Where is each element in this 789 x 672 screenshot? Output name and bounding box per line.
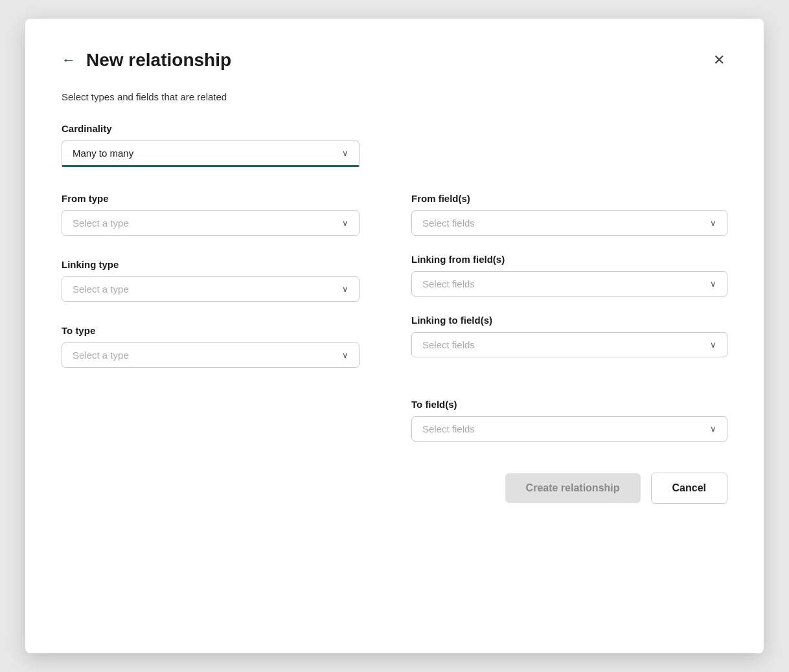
from-fields-dropdown[interactable]: Select fields ∨ <box>411 210 727 236</box>
fields-spacer <box>411 375 727 399</box>
from-type-label: From type <box>62 193 360 204</box>
linking-from-fields-dropdown[interactable]: Select fields ∨ <box>411 271 727 297</box>
to-type-dropdown[interactable]: Select a type ∨ <box>62 342 360 368</box>
to-type-placeholder: Select a type <box>73 350 129 361</box>
to-type-chevron-icon: ∨ <box>342 350 349 360</box>
from-fields-label: From field(s) <box>411 193 727 204</box>
cardinality-dropdown[interactable]: Many to many ∨ <box>62 140 360 167</box>
close-button[interactable]: ✕ <box>711 50 727 70</box>
dialog-title: New relationship <box>86 50 231 71</box>
to-fields-chevron-icon: ∨ <box>710 424 716 434</box>
fields-column: From field(s) Select fields ∨ Linking fr… <box>411 193 727 442</box>
to-fields-placeholder: Select fields <box>422 423 475 434</box>
from-type-placeholder: Select a type <box>73 218 129 229</box>
linking-from-fields-placeholder: Select fields <box>422 278 475 289</box>
linking-to-fields-row: Linking to field(s) Select fields ∨ <box>411 315 727 357</box>
back-icon[interactable]: ← <box>62 53 76 67</box>
new-relationship-dialog: ← New relationship ✕ Select types and fi… <box>25 19 764 653</box>
to-type-label: To type <box>62 325 360 336</box>
linking-type-row: Linking type Select a type ∨ <box>62 259 360 302</box>
cardinality-section: Cardinality Many to many ∨ <box>62 123 727 167</box>
linking-from-fields-label: Linking from field(s) <box>411 254 727 265</box>
types-column: From type Select a type ∨ Linking type S… <box>62 193 360 442</box>
to-type-row: To type Select a type ∨ <box>62 325 360 368</box>
from-fields-placeholder: Select fields <box>422 218 475 229</box>
linking-type-label: Linking type <box>62 259 360 270</box>
from-fields-chevron-icon: ∨ <box>710 218 716 228</box>
linking-from-fields-row: Linking from field(s) Select fields ∨ <box>411 254 727 297</box>
to-fields-label: To field(s) <box>411 399 727 410</box>
cardinality-value: Many to many <box>73 148 133 159</box>
to-fields-row: To field(s) Select fields ∨ <box>411 399 727 442</box>
linking-to-fields-dropdown[interactable]: Select fields ∨ <box>411 332 727 357</box>
form-grid: From type Select a type ∨ Linking type S… <box>62 193 727 442</box>
to-fields-dropdown[interactable]: Select fields ∨ <box>411 416 727 442</box>
linking-to-fields-placeholder: Select fields <box>422 339 475 350</box>
linking-to-fields-label: Linking to field(s) <box>411 315 727 326</box>
linking-type-chevron-icon: ∨ <box>342 284 349 294</box>
create-relationship-button[interactable]: Create relationship <box>505 473 641 503</box>
linking-from-fields-chevron-icon: ∨ <box>710 279 716 289</box>
header-left: ← New relationship <box>62 50 231 71</box>
linking-type-placeholder: Select a type <box>73 284 129 295</box>
cardinality-chevron-icon: ∨ <box>342 148 349 158</box>
dialog-header: ← New relationship ✕ <box>62 50 727 71</box>
from-fields-row: From field(s) Select fields ∨ <box>411 193 727 236</box>
cancel-button[interactable]: Cancel <box>651 473 727 504</box>
from-type-chevron-icon: ∨ <box>342 218 349 228</box>
dialog-overlay: ← New relationship ✕ Select types and fi… <box>0 0 789 672</box>
cardinality-label: Cardinality <box>62 123 727 134</box>
linking-to-fields-chevron-icon: ∨ <box>710 340 716 350</box>
dialog-footer: Create relationship Cancel <box>62 473 727 504</box>
linking-type-dropdown[interactable]: Select a type ∨ <box>62 276 360 302</box>
from-type-dropdown[interactable]: Select a type ∨ <box>62 210 360 236</box>
from-type-row: From type Select a type ∨ <box>62 193 360 236</box>
dialog-subtitle: Select types and fields that are related <box>62 91 727 102</box>
